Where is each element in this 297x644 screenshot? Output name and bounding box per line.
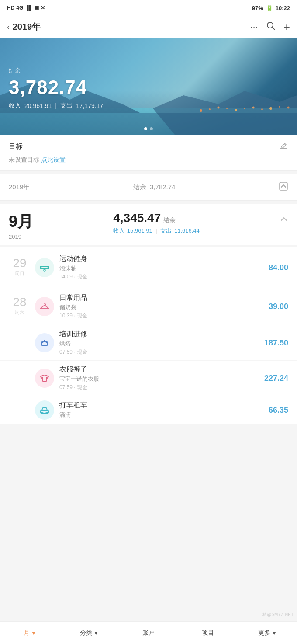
month-right: 4,345.47 结余 收入 15,961.91 | 支出 11,616.44 (113, 211, 200, 235)
date-number-29: 29 (9, 257, 31, 269)
nav-account[interactable]: 账户 (119, 629, 178, 637)
svg-rect-21 (48, 266, 49, 269)
nav-category[interactable]: 分类 ▼ (59, 629, 119, 637)
month-balance-label: 结余 (163, 216, 176, 224)
item-note: 宝宝一诺的衣服 (59, 375, 253, 383)
item-category: 运动健身 (59, 254, 253, 264)
signal-icon: 4G (16, 5, 23, 11)
nav-more-arrow: ▼ (272, 630, 277, 636)
status-bar: HD 4G ▐▌ ▣ ✕ 97% 🔋 10:22 (0, 0, 297, 16)
item-note: 储奶袋 (59, 303, 253, 311)
date-weekday-29: 周日 (9, 270, 31, 277)
item-icon-daily (35, 297, 54, 316)
more-button[interactable]: ··· (250, 21, 258, 33)
year-summary-container: 2019年 结余 3,782.74 (0, 174, 297, 201)
goal-hint-link[interactable]: 点此设置 (41, 156, 66, 163)
item-meta: 07:59 · 现金 (59, 348, 253, 356)
expense-value: 17,179.17 (76, 102, 103, 109)
month-detail: 收入 15,961.91 | 支出 11,616.44 (113, 227, 200, 235)
date-col-28: 28 周六 (9, 293, 31, 316)
goal-section: 目标 未设置目标 点此设置 (0, 135, 297, 171)
nav-account-label: 账户 (142, 629, 155, 637)
network-icon: HD (7, 5, 14, 11)
item-category: 衣服裤子 (59, 365, 253, 374)
month-balance: 4,345.47 (113, 211, 161, 225)
transaction-item-28-1[interactable]: 培训进修 烘焙 07:59 · 现金 187.50 (0, 325, 297, 360)
item-icon-training (35, 333, 54, 352)
month-header: 9月 2019 4,345.47 结余 收入 15,961.91 | 支出 11… (9, 211, 288, 240)
transaction-group-28: 28 周六 日常用品 储奶袋 10:39 · 现金 39.00 (0, 286, 297, 325)
goal-title: 目标 (9, 142, 23, 151)
banner-overlay: 结余 3,782.74 收入 20,961.91 | 支出 17,179.17 (0, 38, 297, 135)
item-category: 打车租车 (59, 401, 253, 410)
transaction-item-28-0[interactable]: 日常用品 储奶袋 10:39 · 现金 39.00 (35, 293, 288, 325)
nav-month[interactable]: 月 ▼ (0, 629, 59, 637)
balance-value: 3,782.74 (9, 77, 288, 98)
month-section: 9月 2019 4,345.47 结余 收入 15,961.91 | 支出 11… (0, 204, 297, 245)
item-info-28-2: 衣服裤子 宝宝一诺的衣服 07:59 · 现金 (59, 365, 253, 391)
divider: | (55, 102, 57, 109)
transaction-item-28-3[interactable]: 打车租车 滴滴 66.35 (0, 396, 297, 424)
month-collapse-button[interactable] (280, 215, 288, 226)
transaction-group-29: 29 周日 运动健身 泡沫轴 14:09 · 现金 84.00 (0, 247, 297, 286)
transaction-item-29-0[interactable]: 运动健身 泡沫轴 14:09 · 现金 84.00 (35, 254, 288, 286)
item-note: 泡沫轴 (59, 265, 253, 272)
banner-dots (144, 127, 153, 130)
month-balance-row: 4,345.47 结余 (113, 211, 200, 225)
battery-text: 97% (252, 5, 263, 11)
transactions: 29 周日 运动健身 泡沫轴 14:09 · 现金 84.00 (0, 247, 297, 424)
back-button[interactable]: ‹ (7, 22, 10, 32)
year-balance-text: 结余 3,782.74 (133, 183, 176, 191)
screen-icon: ▣ (34, 5, 39, 11)
nav-category-label: 分类 (80, 629, 92, 637)
item-info-28-3: 打车租车 滴滴 (59, 401, 253, 420)
header: ‹ 2019年 ··· + (0, 16, 297, 38)
month-title-row: 9月 (9, 211, 33, 233)
collapse-button[interactable] (279, 181, 288, 193)
year-label: 2019年 (9, 183, 30, 191)
income-value: 20,961.91 (24, 102, 52, 109)
item-info-28-0: 日常用品 储奶袋 10:39 · 现金 (59, 293, 253, 320)
item-icon-clothes (35, 369, 54, 388)
item-category: 培训进修 (59, 330, 253, 339)
search-button[interactable] (266, 21, 276, 33)
item-icon-car (35, 400, 54, 420)
month-number: 9月 (9, 211, 33, 233)
battery-icon: 🔋 (266, 5, 273, 11)
status-left: HD 4G ▐▌ ▣ ✕ (7, 5, 45, 11)
page-title: 2019年 (13, 21, 41, 33)
transaction-item-28-2[interactable]: 衣服裤子 宝宝一诺的衣服 07:59 · 现金 227.24 (0, 360, 297, 396)
goal-edit-icon[interactable] (279, 141, 288, 153)
nav-month-arrow: ▼ (31, 630, 36, 636)
nav-more[interactable]: 更多 ▼ (238, 629, 297, 637)
goal-header: 目标 (9, 141, 288, 153)
item-amount-28-1: 187.50 (253, 338, 288, 348)
dot-1 (144, 127, 147, 130)
item-amount-28-0: 39.00 (253, 302, 288, 311)
header-left[interactable]: ‹ 2019年 (7, 21, 41, 33)
goal-hint: 未设置目标 点此设置 (9, 156, 288, 164)
item-amount-28-3: 66.35 (253, 406, 288, 415)
add-button[interactable]: + (283, 21, 290, 33)
item-note: 烘焙 (59, 340, 253, 348)
item-category: 日常用品 (59, 293, 253, 303)
year-summary: 2019年 结余 3,782.74 (0, 174, 297, 201)
time-display: 10:22 (276, 5, 290, 11)
item-meta: 07:59 · 现金 (59, 384, 253, 391)
date-number-28: 28 (9, 296, 31, 308)
month-left: 9月 2019 (9, 211, 33, 240)
item-amount-28-2: 227.24 (253, 374, 288, 383)
dot-2 (150, 127, 153, 130)
notification-icon: ✕ (41, 5, 45, 11)
nav-project-label: 项目 (202, 629, 214, 637)
item-info-29-0: 运动健身 泡沫轴 14:09 · 现金 (59, 254, 253, 281)
month-year: 2019 (9, 233, 33, 240)
nav-project[interactable]: 项目 (178, 629, 238, 637)
date-weekday-28: 周六 (9, 309, 31, 316)
banner-detail: 收入 20,961.91 | 支出 17,179.17 (9, 102, 288, 110)
balance-label: 结余 (9, 67, 288, 75)
watermark: 植@SMYZ.NET (262, 612, 294, 618)
expense-label: 支出 (60, 102, 73, 110)
nav-more-label: 更多 (258, 629, 270, 637)
bottom-nav: 月 ▼ 分类 ▼ 账户 项目 更多 ▼ (0, 621, 297, 644)
